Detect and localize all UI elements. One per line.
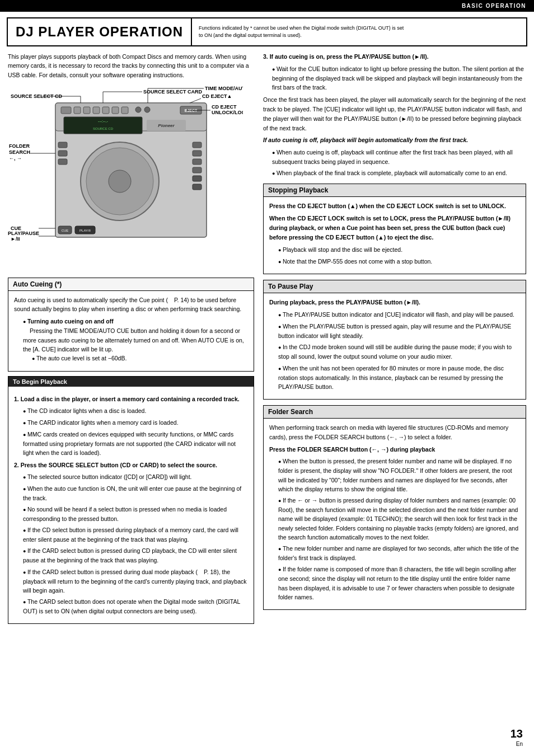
folder-search-title: Folder Search xyxy=(264,406,526,419)
stopping-playback-section: Stopping Playback Press the CD EJECT but… xyxy=(263,184,526,274)
svg-text:EJECT: EJECT xyxy=(185,109,198,112)
begin-playback-content: 1. Load a disc in the player, or insert … xyxy=(8,387,254,623)
turning-label: Turning auto cueing on and off xyxy=(27,318,114,325)
stop-para1-text: Press the CD EJECT button (▲) when the C… xyxy=(269,203,506,209)
svg-text:UNLOCK/LOCK: UNLOCK/LOCK xyxy=(212,110,243,115)
svg-rect-7 xyxy=(112,107,119,114)
step1-list: The CD indicator lights when a disc is l… xyxy=(23,406,248,457)
step3-section: 3. If auto cueing is on, press the PLAY/… xyxy=(263,52,526,178)
pause-bullet-4: When the unit has not been operated for … xyxy=(278,364,520,391)
step2-heading: 2. Press the SOURCE SELECT button (CD or… xyxy=(14,461,248,470)
page-title: DJ PLAYER OPERATION xyxy=(16,24,183,40)
step1-bullet-1: The CD indicator lights when a disc is l… xyxy=(23,406,248,416)
turning-note-list: The auto cue level is set at −60dB. xyxy=(32,354,248,363)
step3-subheading: If auto cueing is off, playback will beg… xyxy=(263,135,526,145)
device-diagram: EJECT ---:--.- SOURCE CD Pioneer CUE xyxy=(8,86,243,271)
svg-text:PLAY/II: PLAY/II xyxy=(79,229,91,232)
folder-search-section: Folder Search When performing track sear… xyxy=(263,405,526,610)
step2-bullet-2: When the auto cue function is ON, the un… xyxy=(23,484,248,503)
stopping-playback-content: Press the CD EJECT button (▲) when the C… xyxy=(264,197,526,274)
begin-playback-title: To Begin Playback xyxy=(8,377,254,387)
pause-play-title: To Pause Play xyxy=(264,280,526,293)
stop-para2: When the CD EJECT LOCK switch is set to … xyxy=(269,214,520,242)
step3-heading: 3. If auto cueing is on, press the PLAY/… xyxy=(263,52,526,62)
svg-text:TIME MODE/AUTO CUE: TIME MODE/AUTO CUE xyxy=(205,86,243,91)
step1-bullet-3: MMC cards created on devices equipped wi… xyxy=(23,430,248,457)
turning-text: Pressing the TIME MODE/AUTO CUE button a… xyxy=(23,327,244,353)
page-footer: 13 En xyxy=(510,727,523,747)
page-number: 13 xyxy=(510,727,523,740)
page-en: En xyxy=(516,741,523,747)
svg-line-46 xyxy=(190,98,201,103)
stop-para2-text: When the CD EJECT LOCK switch is set to … xyxy=(269,215,510,241)
stop-bullet-1: Playback will stop and the disc will be … xyxy=(278,245,520,255)
intro-text: This player plays supports playback of b… xyxy=(8,52,254,79)
title-left: DJ PLAYER OPERATION xyxy=(8,18,192,45)
begin-playback-box: To Begin Playback 1. Load a disc in the … xyxy=(8,376,254,624)
stop-bullet-2: Note that the DMP-555 does not come with… xyxy=(278,257,520,266)
auto-cueing-list: Turning auto cueing on and off Pressing … xyxy=(23,317,248,363)
svg-text:FOLDER: FOLDER xyxy=(9,143,30,149)
step3-sub-list: When auto cueing is off, playback will c… xyxy=(272,148,526,178)
svg-text:CD EJECT▲: CD EJECT▲ xyxy=(202,93,232,99)
step3-sub-bullet-2: When playback of the final track is comp… xyxy=(272,168,526,178)
step2-bullet-4: If the CD select button is pressed durin… xyxy=(23,525,248,544)
folder-bullet-1: When the button is pressed, the present … xyxy=(278,457,520,494)
stop-para1: Press the CD EJECT button (▲) when the C… xyxy=(269,201,520,211)
pause-heading: During playback, press the PLAY/PAUSE bu… xyxy=(269,298,520,307)
step2-bullet-5: If the CARD select button is pressed dur… xyxy=(23,546,248,565)
step2-bullet-1: The selected source button indicator ([C… xyxy=(23,472,248,482)
auto-cue-note: The auto cue level is set at −60dB. xyxy=(32,354,248,363)
pause-bullet-3: In the CDJ mode broken sound will still … xyxy=(278,342,520,361)
folder-bullet-2: If the ← or → button is pressed during d… xyxy=(278,496,520,542)
page: BASIC OPERATION DJ PLAYER OPERATION Func… xyxy=(0,0,534,756)
auto-cueing-title: Auto Cueing (*) xyxy=(8,278,254,291)
svg-rect-29 xyxy=(193,151,202,156)
step2-bullet-7: The CARD select button does not operate … xyxy=(23,597,248,616)
stop-list: Playback will stop and the disc will be … xyxy=(278,245,520,266)
pause-play-section: To Pause Play During playback, press the… xyxy=(263,280,526,400)
svg-rect-3 xyxy=(74,107,81,114)
svg-rect-31 xyxy=(193,167,202,173)
step1-bullet-2: The CARD indicator lights when a memory … xyxy=(23,418,248,428)
folder-list: When the button is pressed, the present … xyxy=(278,457,520,602)
svg-point-20 xyxy=(109,170,131,192)
auto-cueing-content: Auto cueing is used to automatically spe… xyxy=(8,291,254,371)
step3-sub-bullet-1: When auto cueing is off, playback will c… xyxy=(272,148,526,166)
pause-bullet-1: The PLAY/PAUSE button indicator and [CUE… xyxy=(278,310,520,320)
header-title: BASIC OPERATION xyxy=(462,3,526,9)
step3-list: Wait for the CUE button indicator to lig… xyxy=(272,64,526,92)
stopping-playback-title: Stopping Playback xyxy=(264,184,526,197)
folder-bullet-3: The new folder number and name are displ… xyxy=(278,544,520,562)
svg-rect-9 xyxy=(135,107,141,112)
left-column: This player plays supports playback of b… xyxy=(8,52,254,630)
diagram-svg: EJECT ---:--.- SOURCE CD Pioneer CUE xyxy=(8,86,243,271)
svg-text:SOURCE CD: SOURCE CD xyxy=(93,127,114,130)
svg-rect-10 xyxy=(144,107,150,112)
svg-rect-33 xyxy=(193,184,202,190)
folder-bullet-4: If the folder name is composed of more t… xyxy=(278,565,520,602)
folder-subheading: Press the FOLDER SEARCH button (←, →) du… xyxy=(269,445,520,454)
step3-bullet-1: Wait for the CUE button indicator to lig… xyxy=(272,64,526,92)
svg-text:SOURCE SELECT CARD: SOURCE SELECT CARD xyxy=(143,89,203,95)
svg-rect-30 xyxy=(193,159,202,165)
step1-heading: 1. Load a disc in the player, or insert … xyxy=(14,395,248,404)
svg-text:►/II: ►/II xyxy=(11,236,20,242)
svg-text:Pioneer: Pioneer xyxy=(158,123,175,128)
step3-body1: Once the first track has been played, th… xyxy=(263,95,526,133)
step2-list: The selected source button indicator ([C… xyxy=(23,472,248,616)
svg-rect-8 xyxy=(121,107,128,114)
folder-search-content: When performing track search on media wi… xyxy=(264,419,526,609)
svg-rect-5 xyxy=(93,107,100,114)
pause-play-content: During playback, press the PLAY/PAUSE bu… xyxy=(264,293,526,399)
svg-rect-25 xyxy=(58,142,67,148)
svg-text:CD EJECT: CD EJECT xyxy=(212,104,237,110)
step2-bullet-3: No sound will be heard if a select butto… xyxy=(23,505,248,523)
svg-text:PLAY/PAUSE: PLAY/PAUSE xyxy=(8,231,39,236)
svg-rect-26 xyxy=(58,151,67,156)
svg-text:CUE: CUE xyxy=(62,229,69,232)
svg-text:←, →: ←, → xyxy=(9,156,22,161)
svg-rect-27 xyxy=(58,159,67,165)
folder-subheading-text: Press the FOLDER SEARCH button (←, →) du… xyxy=(269,446,435,453)
svg-text:---:--.-: ---:--.- xyxy=(98,119,109,123)
